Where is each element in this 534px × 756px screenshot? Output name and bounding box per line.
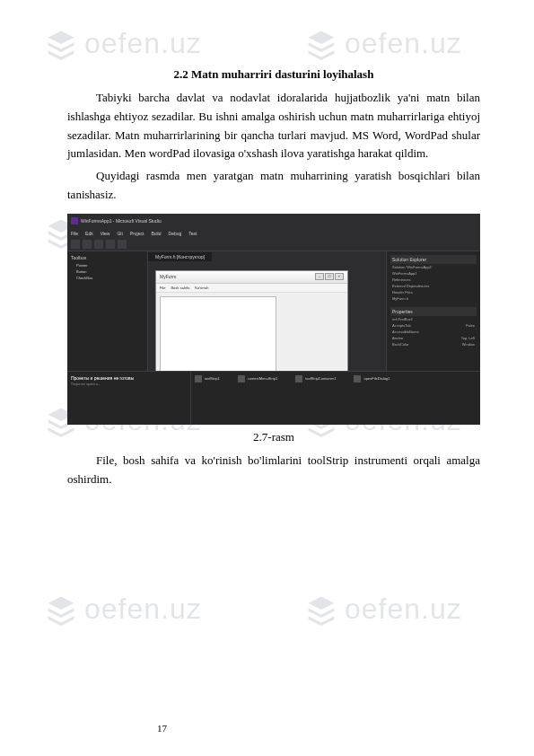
- page-number: 17: [157, 723, 167, 734]
- component-icon: [295, 375, 302, 382]
- prop-row[interactable]: richTextBox1: [390, 316, 477, 322]
- menu-build[interactable]: Build: [151, 231, 161, 236]
- ide-titlebar: WinFormsApp1 - Microsoft Visual Studio: [67, 214, 480, 228]
- toolbar-button[interactable]: [94, 240, 103, 249]
- tree-item[interactable]: References: [390, 277, 477, 283]
- menu-edit[interactable]: Edit: [85, 231, 93, 236]
- ide-title: WinFormsApp1 - Microsoft Visual Studio: [81, 218, 162, 224]
- tree-item[interactable]: External Dependencies: [390, 283, 477, 289]
- stack-icon: [305, 593, 337, 626]
- form-window-controls: – □ ×: [315, 273, 344, 280]
- tree-item[interactable]: WinFormsApp1: [390, 270, 477, 277]
- toolbox-item[interactable]: Pointer: [71, 262, 144, 268]
- ide-tab[interactable]: MyForm.h [Конструктор]: [148, 252, 212, 261]
- visual-studio-screenshot: WinFormsApp1 - Microsoft Visual Studio F…: [67, 214, 480, 425]
- component-icon: [354, 375, 361, 382]
- live-share-text: Открытие проекта...: [71, 382, 187, 387]
- figure-screenshot: WinFormsApp1 - Microsoft Visual Studio F…: [67, 214, 480, 425]
- menu-project[interactable]: Project: [130, 231, 144, 236]
- close-icon[interactable]: ×: [335, 273, 344, 280]
- component-icon: [195, 375, 202, 382]
- form-menu-file[interactable]: File: [160, 286, 165, 290]
- toolbar-button[interactable]: [83, 240, 92, 249]
- component-item[interactable]: contextMenuStrip1: [238, 375, 277, 382]
- form-menu-home[interactable]: Bosh sahifa: [171, 286, 189, 290]
- paragraph-2: Quyidagi rasmda men yaratgan matn muharr…: [67, 167, 480, 205]
- minimize-icon[interactable]: –: [315, 273, 324, 280]
- ide-toolbar: [67, 239, 480, 251]
- prop-row[interactable]: BackColorWindow: [390, 341, 477, 347]
- properties-title: Properties: [390, 307, 477, 316]
- form-menu-view[interactable]: Ko'rinish: [195, 286, 208, 290]
- form-title: MyForm: [160, 274, 176, 279]
- toolbox-item[interactable]: Button: [71, 268, 144, 275]
- toolbox-item[interactable]: CheckBox: [71, 275, 144, 281]
- ide-tab-bar: MyForm.h [Конструктор]: [148, 251, 386, 263]
- solution-explorer-title: Solution Explorer: [390, 255, 477, 264]
- paragraph-3: File, bosh sahifa va ko'rinish bo'limlar…: [67, 452, 480, 489]
- menu-git[interactable]: Git: [117, 231, 122, 236]
- document-content: 2.2 Matn muharriri dasturini loyihalash …: [0, 0, 534, 528]
- watermark: oefen.uz: [45, 593, 202, 626]
- vs-icon: [71, 217, 78, 224]
- component-icon: [238, 375, 245, 382]
- watermark: oefen.uz: [305, 593, 462, 626]
- maximize-icon[interactable]: □: [325, 273, 334, 280]
- prop-row[interactable]: AnchorTop, Left: [390, 335, 477, 341]
- live-share-title: Проекты и решения не готовы: [71, 375, 187, 381]
- component-item[interactable]: toolStrip1: [195, 375, 220, 382]
- ide-menubar: File Edit View Git Project Build Debug T…: [67, 228, 480, 239]
- properties-panel: Properties richTextBox1 AcceptsTabFalse …: [390, 307, 477, 347]
- prop-row[interactable]: AccessibleName: [390, 329, 477, 335]
- toolbar-button[interactable]: [118, 240, 127, 249]
- bottom-right: [393, 372, 480, 425]
- component-item[interactable]: toolStripContainer1: [295, 375, 336, 382]
- menu-file[interactable]: File: [71, 231, 78, 236]
- solution-explorer: Solution Explorer Solution 'WinFormsApp1…: [390, 255, 477, 302]
- tree-item[interactable]: MyForm.h: [390, 295, 477, 302]
- section-title: 2.2 Matn muharriri dasturini loyihalash: [67, 67, 480, 82]
- form-menubar: File Bosh sahifa Ko'rinish: [156, 284, 347, 293]
- component-tray: toolStrip1 contextMenuStrip1 toolStripCo…: [191, 372, 393, 425]
- paragraph-1: Tabiyki barcha davlat va nodavlat idoral…: [67, 89, 480, 163]
- toolbox-title: Toolbox: [71, 255, 144, 260]
- toolbar-button[interactable]: [106, 240, 115, 249]
- form-titlebar: MyForm – □ ×: [156, 271, 347, 284]
- menu-debug[interactable]: Debug: [169, 231, 182, 236]
- ide-bottom-panel: Проекты и решения не готовы Открытие про…: [67, 371, 480, 425]
- tree-item[interactable]: Solution 'WinFormsApp1': [390, 264, 477, 270]
- tree-item[interactable]: Header Files: [390, 289, 477, 295]
- prop-row[interactable]: AcceptsTabFalse: [390, 322, 477, 329]
- menu-view[interactable]: View: [101, 231, 110, 236]
- figure-caption: 2.7-rasm: [67, 430, 480, 444]
- stack-icon: [45, 593, 77, 626]
- toolbar-button[interactable]: [71, 240, 80, 249]
- component-item[interactable]: openFileDialog1: [354, 375, 390, 382]
- live-share-panel: Проекты и решения не готовы Открытие про…: [67, 372, 191, 425]
- menu-test[interactable]: Test: [188, 231, 197, 236]
